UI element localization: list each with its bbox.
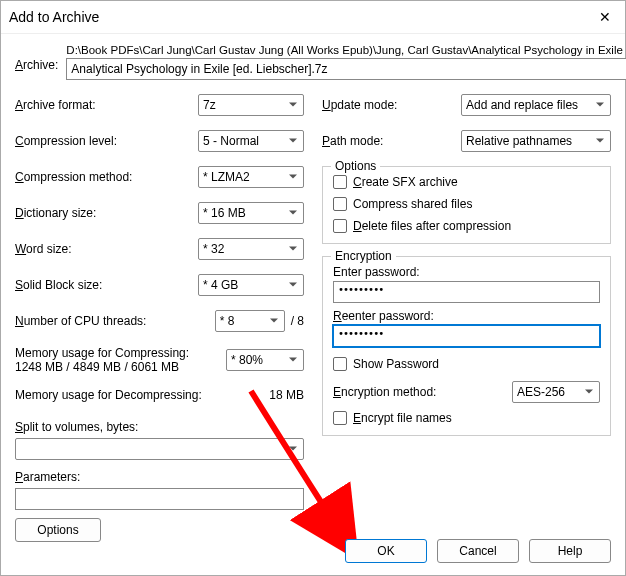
enter-password-label: Enter password: (333, 265, 600, 279)
mem-comp-value: 1248 MB / 4849 MB / 6061 MB (15, 360, 179, 374)
mem-decomp-label: Memory usage for Decompressing: (15, 388, 269, 402)
format-select[interactable]: 7z (198, 94, 304, 116)
format-label: Archive format: (15, 98, 198, 112)
update-label: Update mode: (322, 98, 461, 112)
dict-select[interactable]: * 16 MB (198, 202, 304, 224)
param-label: Parameters: (15, 470, 304, 484)
checkbox-icon (333, 357, 347, 371)
word-select[interactable]: * 32 (198, 238, 304, 260)
show-password-checkbox[interactable]: Show Password (333, 357, 600, 371)
archive-filename-combo[interactable]: Analytical Psychology in Exile [ed. Lieb… (66, 58, 626, 80)
method-select[interactable]: * LZMA2 (198, 166, 304, 188)
ok-button[interactable]: OK (345, 539, 427, 563)
level-select[interactable]: 5 - Normal (198, 130, 304, 152)
sfx-checkbox[interactable]: Create SFX archive (333, 175, 600, 189)
mem-pct-select[interactable]: * 80% (226, 349, 304, 371)
reenter-password-input[interactable]: ••••••••• (333, 325, 600, 347)
pathmode-label: Path mode: (322, 134, 461, 148)
split-combo[interactable] (15, 438, 304, 460)
cancel-button[interactable]: Cancel (437, 539, 519, 563)
update-select[interactable]: Add and replace files (461, 94, 611, 116)
shared-checkbox[interactable]: Compress shared files (333, 197, 600, 211)
threads-label: Number of CPU threads: (15, 314, 215, 328)
block-select[interactable]: * 4 GB (198, 274, 304, 296)
method-label: Compression method: (15, 170, 198, 184)
checkbox-icon (333, 411, 347, 425)
options-fieldset: Options Create SFX archive Compress shar… (322, 166, 611, 244)
encrypt-names-checkbox[interactable]: Encrypt file names (333, 411, 600, 425)
help-button[interactable]: Help (529, 539, 611, 563)
pathmode-select[interactable]: Relative pathnames (461, 130, 611, 152)
encryption-fieldset: Encryption Enter password: ••••••••• Ree… (322, 256, 611, 436)
enc-method-select[interactable]: AES-256 (512, 381, 600, 403)
mem-decomp-value: 18 MB (269, 388, 304, 402)
checkbox-icon (333, 197, 347, 211)
titlebar: Add to Archive ✕ (1, 1, 625, 34)
options-button[interactable]: Options (15, 518, 101, 542)
threads-total: / 8 (291, 314, 304, 328)
word-label: Word size: (15, 242, 198, 256)
archive-path-text: D:\Book PDFs\Carl Jung\Carl Gustav Jung … (66, 44, 626, 56)
checkbox-icon (333, 219, 347, 233)
close-button[interactable]: ✕ (585, 5, 625, 29)
dict-label: Dictionary size: (15, 206, 198, 220)
threads-select[interactable]: * 8 (215, 310, 285, 332)
level-label: Compression level: (15, 134, 198, 148)
encryption-legend: Encryption (331, 249, 396, 263)
mem-comp-label: Memory usage for Compressing: (15, 346, 189, 360)
archive-label: Archive: (15, 44, 58, 72)
window-title: Add to Archive (9, 9, 99, 25)
parameters-input[interactable] (15, 488, 304, 510)
password-input[interactable]: ••••••••• (333, 281, 600, 303)
checkbox-icon (333, 175, 347, 189)
enc-method-label: Encryption method: (333, 385, 436, 399)
options-legend: Options (331, 159, 380, 173)
add-to-archive-dialog: Add to Archive ✕ Archive: D:\Book PDFs\C… (0, 0, 626, 576)
reenter-password-label: Reenter password: (333, 309, 600, 323)
delete-checkbox[interactable]: Delete files after compression (333, 219, 600, 233)
block-label: Solid Block size: (15, 278, 198, 292)
split-label: Split to volumes, bytes: (15, 420, 304, 434)
